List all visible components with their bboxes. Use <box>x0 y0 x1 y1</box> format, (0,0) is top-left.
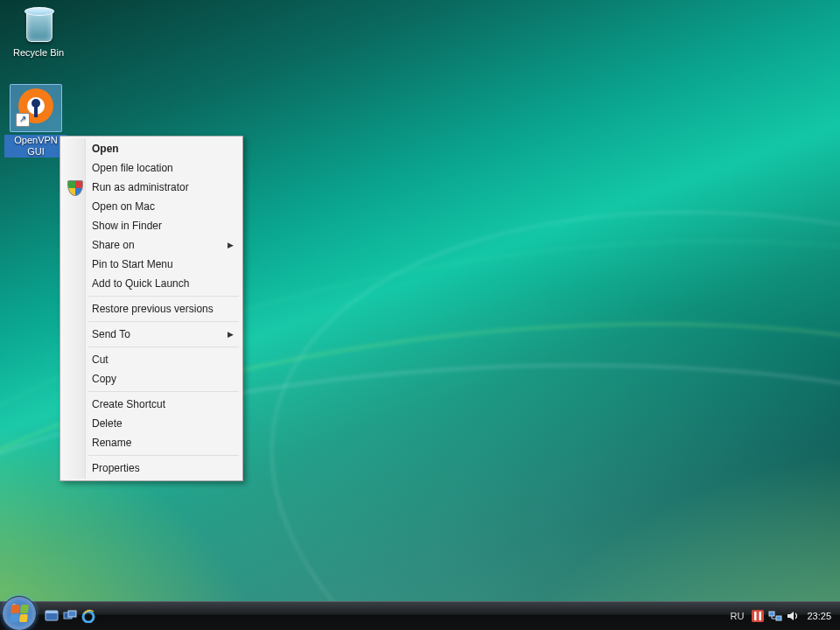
svg-rect-7 <box>760 612 762 620</box>
menu-item-open-file-location[interactable]: Open file location <box>62 158 241 178</box>
submenu-arrow-icon: ▶ <box>228 330 234 339</box>
menu-item-label: Add to Quick Launch <box>92 277 189 290</box>
tray-volume-icon[interactable] <box>786 609 800 623</box>
menu-item-label: Run as administrator <box>92 181 189 193</box>
menu-item-label: Create Shortcut <box>92 398 165 410</box>
menu-separator <box>88 321 239 322</box>
menu-item-label: Share on <box>92 239 135 251</box>
desktop-icon-label: OpenVPN GUI <box>4 135 67 158</box>
svg-rect-9 <box>776 616 781 620</box>
internet-explorer-icon <box>81 609 95 623</box>
menu-item-properties[interactable]: Properties <box>62 458 241 478</box>
menu-item-delete[interactable]: Delete <box>62 414 241 433</box>
menu-separator <box>88 296 239 297</box>
menu-item-copy[interactable]: Copy <box>62 369 241 388</box>
desktop-icon-recycle-bin[interactable]: Recycle Bin <box>7 5 70 59</box>
menu-item-label: Properties <box>92 462 140 474</box>
menu-item-open-on-mac[interactable]: Open on Mac <box>62 197 241 216</box>
quick-launch-internet-explorer[interactable] <box>80 608 96 624</box>
svg-rect-3 <box>68 611 76 617</box>
svg-rect-6 <box>754 612 757 620</box>
context-menu: Open Open file location Run as administr… <box>60 136 243 481</box>
menu-item-label: Cut <box>92 354 108 366</box>
show-desktop-icon <box>45 609 59 623</box>
system-tray: RU 23:25 <box>731 609 840 623</box>
menu-item-label: Restore previous versions <box>92 303 214 315</box>
desktop-icon-label: Recycle Bin <box>7 47 70 59</box>
menu-item-label: Open <box>92 143 119 155</box>
desktop[interactable]: Recycle Bin ↗ OpenVPN GUI Open Open file… <box>0 0 840 630</box>
shield-icon <box>67 180 83 196</box>
menu-item-restore-previous-versions[interactable]: Restore previous versions <box>62 299 241 318</box>
quick-launch-switch-windows[interactable] <box>62 608 78 624</box>
menu-separator <box>88 455 239 456</box>
menu-item-label: Pin to Start Menu <box>92 258 173 270</box>
windows-logo-icon <box>10 605 29 622</box>
switch-windows-icon <box>63 609 77 623</box>
menu-item-show-in-finder[interactable]: Show in Finder <box>62 216 241 235</box>
svg-rect-5 <box>752 610 764 622</box>
menu-item-pin-to-start-menu[interactable]: Pin to Start Menu <box>62 255 241 274</box>
tray-network-icon[interactable] <box>768 609 782 623</box>
taskbar: RU 23:25 <box>0 601 840 630</box>
language-indicator[interactable]: RU <box>731 611 745 621</box>
menu-item-label: Delete <box>92 417 122 430</box>
svg-rect-1 <box>46 611 58 613</box>
start-button[interactable] <box>2 596 37 630</box>
desktop-icon-openvpn-gui[interactable]: ↗ OpenVPN GUI <box>4 84 67 158</box>
quick-launch-show-desktop[interactable] <box>44 608 60 624</box>
menu-item-rename[interactable]: Rename <box>62 433 241 452</box>
menu-separator <box>88 346 239 347</box>
menu-item-cut[interactable]: Cut <box>62 350 241 369</box>
quick-launch <box>44 608 96 624</box>
menu-item-open[interactable]: Open <box>62 139 241 158</box>
submenu-arrow-icon: ▶ <box>228 241 234 249</box>
taskbar-clock[interactable]: 23:25 <box>807 611 831 621</box>
menu-item-send-to[interactable]: Send To▶ <box>62 325 241 344</box>
menu-item-label: Send To <box>92 328 130 340</box>
menu-item-label: Copy <box>92 373 116 385</box>
menu-separator <box>88 391 239 392</box>
menu-item-label: Open file location <box>92 162 173 174</box>
menu-item-share-on[interactable]: Share on▶ <box>62 235 241 255</box>
svg-rect-8 <box>769 612 774 616</box>
menu-item-label: Show in Finder <box>92 220 162 232</box>
tray-parallels-icon[interactable] <box>751 609 765 623</box>
menu-item-create-shortcut[interactable]: Create Shortcut <box>62 395 241 414</box>
recycle-bin-icon <box>21 5 56 44</box>
menu-item-run-as-administrator[interactable]: Run as administrator <box>62 178 241 197</box>
menu-item-label: Open on Mac <box>92 200 155 213</box>
menu-item-label: Rename <box>92 437 131 449</box>
menu-item-add-to-quick-launch[interactable]: Add to Quick Launch <box>62 274 241 293</box>
shortcut-overlay-icon: ↗ <box>16 113 30 127</box>
